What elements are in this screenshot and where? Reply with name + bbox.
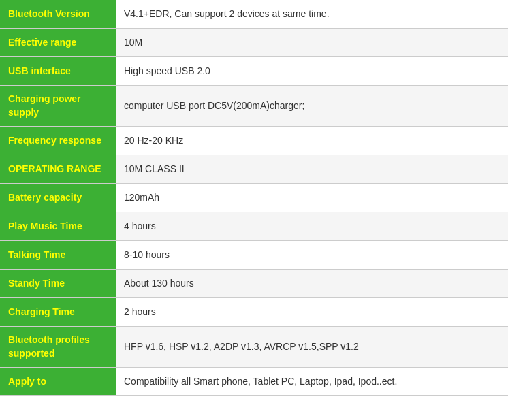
table-row: Battery capacity120mAh (0, 184, 508, 212)
spec-value: About 130 hours (116, 270, 508, 298)
spec-label: Apply to (0, 368, 116, 396)
spec-label: Bluetooth Version (0, 0, 116, 29)
spec-value: 10M CLASS II (116, 155, 508, 184)
spec-value: 20 Hz-20 KHz (116, 127, 508, 155)
spec-table: Bluetooth VersionV4.1+EDR, Can support 2… (0, 0, 508, 396)
table-row: Frequency response20 Hz-20 KHz (0, 127, 508, 155)
table-row: Bluetooth VersionV4.1+EDR, Can support 2… (0, 0, 508, 29)
spec-value: HFP v1.6, HSP v1.2, A2DP v1.3, AVRCP v1.… (116, 327, 508, 368)
table-row: Effective range10M (0, 29, 508, 57)
table-row: OPERATING RANGE10M CLASS II (0, 155, 508, 184)
spec-value: V4.1+EDR, Can support 2 devices at same … (116, 0, 508, 29)
spec-label: Frequency response (0, 127, 116, 155)
spec-value: High speed USB 2.0 (116, 57, 508, 86)
spec-value: 8-10 hours (116, 241, 508, 270)
spec-value: computer USB port DC5V(200mA)charger; (116, 86, 508, 127)
table-row: Bluetooth profiles supportedHFP v1.6, HS… (0, 327, 508, 368)
spec-value: 10M (116, 29, 508, 57)
spec-label: Charging power supply (0, 86, 116, 127)
spec-value: 120mAh (116, 184, 508, 212)
spec-label: Bluetooth profiles supported (0, 327, 116, 368)
spec-label: Standy Time (0, 270, 116, 298)
spec-label: Talking Time (0, 241, 116, 270)
spec-label: Effective range (0, 29, 116, 57)
spec-label: Charging Time (0, 298, 116, 327)
table-row: Charging power supplycomputer USB port D… (0, 86, 508, 127)
spec-label: Play Music Time (0, 212, 116, 241)
spec-value: 2 hours (116, 298, 508, 327)
spec-label: Battery capacity (0, 184, 116, 212)
table-row: Talking Time8-10 hours (0, 241, 508, 270)
table-row: Standy TimeAbout 130 hours (0, 270, 508, 298)
table-row: USB interfaceHigh speed USB 2.0 (0, 57, 508, 86)
spec-value: 4 hours (116, 212, 508, 241)
table-row: Charging Time2 hours (0, 298, 508, 327)
table-row: Play Music Time4 hours (0, 212, 508, 241)
spec-label: OPERATING RANGE (0, 155, 116, 184)
table-row: Apply toCompatibility all Smart phone, T… (0, 368, 508, 396)
spec-value: Compatibility all Smart phone, Tablet PC… (116, 368, 508, 396)
spec-label: USB interface (0, 57, 116, 86)
